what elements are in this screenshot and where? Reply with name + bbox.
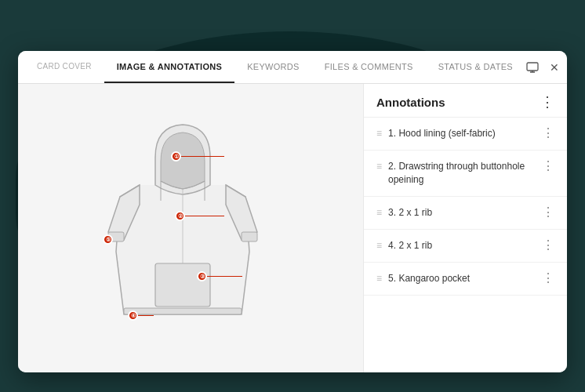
annotation-item-4: ≡ 4. 2 x 1 rib ⋮ xyxy=(364,230,567,263)
annotations-more-button[interactable]: ⋮ xyxy=(540,95,554,109)
marker-dot-3: ③ xyxy=(197,271,207,281)
tab-image-annotations[interactable]: IMAGE & ANNOTATIONS xyxy=(104,51,234,83)
annotation-marker-1: ① xyxy=(171,151,224,162)
main-content: ① ② ③ xyxy=(18,84,567,372)
annotation-marker-2: ② xyxy=(175,211,224,221)
close-icon[interactable]: ✕ xyxy=(547,60,561,74)
drag-icon-4: ≡ xyxy=(376,240,382,251)
hoodie-container: ① ② ③ xyxy=(96,111,285,346)
item-more-button-5[interactable]: ⋮ xyxy=(542,270,554,285)
annotation-marker-4: ④ xyxy=(128,310,154,321)
tab-keywords[interactable]: KEYWORDS xyxy=(234,51,312,83)
drag-icon-3: ≡ xyxy=(376,207,382,218)
marker-dot-4: ④ xyxy=(128,310,138,321)
annotation-text-5: 5. Kangaroo pocket xyxy=(388,272,536,285)
annotation-text-1: 1. Hood lining (self-fabric) xyxy=(388,127,536,140)
item-more-button-2[interactable]: ⋮ xyxy=(542,158,554,173)
drag-icon-5: ≡ xyxy=(376,273,382,284)
annotations-panel: Annotations ⋮ ≡ 1. Hood lining (self-fab… xyxy=(363,84,567,372)
tab-card-cover[interactable]: CARD COVER xyxy=(24,51,104,83)
marker-dot-2: ② xyxy=(175,211,185,221)
tab-files-comments[interactable]: FILES & COMMENTS xyxy=(312,51,426,83)
item-more-button-4[interactable]: ⋮ xyxy=(542,238,554,252)
annotations-header: Annotations ⋮ xyxy=(364,84,567,118)
annotation-item-5: ≡ 5. Kangaroo pocket ⋮ xyxy=(364,263,567,296)
annotation-marker-5: ⑤ xyxy=(103,234,113,245)
drag-icon-1: ≡ xyxy=(376,128,382,139)
svg-rect-4 xyxy=(155,263,210,307)
annotation-marker-3: ③ xyxy=(197,271,242,281)
annotations-title: Annotations xyxy=(376,96,445,109)
monitor-icon[interactable] xyxy=(525,60,540,74)
item-more-button-1[interactable]: ⋮ xyxy=(542,125,554,140)
drag-icon-2: ≡ xyxy=(376,161,382,172)
window-controls: ✕ xyxy=(525,60,561,74)
annotation-item-2: ≡ 2. Drawstring through buttonhole opein… xyxy=(364,151,567,197)
annotation-item-3: ≡ 3. 2 x 1 rib ⋮ xyxy=(364,197,567,230)
tab-bar: CARD COVER IMAGE & ANNOTATIONS KEYWORDS … xyxy=(18,51,567,84)
annotation-text-3: 3. 2 x 1 rib xyxy=(388,206,536,220)
image-panel: ① ② ③ xyxy=(18,84,363,372)
svg-rect-0 xyxy=(527,63,538,71)
svg-rect-8 xyxy=(242,232,257,241)
item-more-button-3[interactable]: ⋮ xyxy=(542,205,554,220)
marker-dot-1: ① xyxy=(171,151,181,162)
main-window: CARD COVER IMAGE & ANNOTATIONS KEYWORDS … xyxy=(18,51,567,372)
tab-status-dates[interactable]: STATUS & DATES xyxy=(426,51,525,83)
annotation-text-2: 2. Drawstring through buttonhole opeinin… xyxy=(388,160,536,187)
annotation-item-1: ≡ 1. Hood lining (self-fabric) ⋮ xyxy=(364,118,567,151)
annotation-text-4: 4. 2 x 1 rib xyxy=(388,239,536,252)
marker-dot-5: ⑤ xyxy=(103,234,113,245)
